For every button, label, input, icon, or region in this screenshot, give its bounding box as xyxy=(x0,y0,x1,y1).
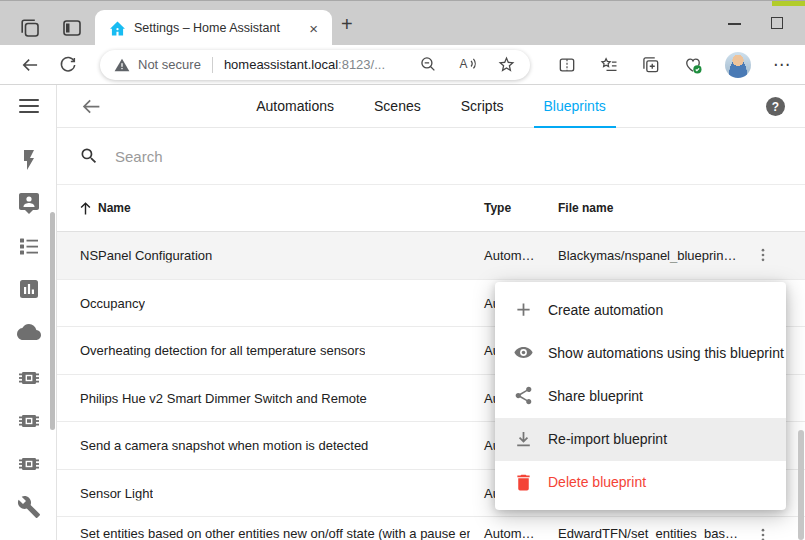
search-input[interactable] xyxy=(113,147,513,166)
sidebar-item-tools-icon[interactable] xyxy=(17,495,41,519)
sidebar-scrollbar[interactable] xyxy=(50,212,55,430)
home-assistant-favicon xyxy=(109,20,126,37)
row-overflow-menu-icon[interactable] xyxy=(754,526,772,540)
menu-item-show-automations[interactable]: Show automations using this blueprint xyxy=(495,331,786,374)
read-aloud-icon[interactable]: A xyxy=(458,55,477,74)
browser-back-icon[interactable] xyxy=(20,55,40,75)
sidebar-item-integrations-icon[interactable] xyxy=(17,409,41,433)
tab-scenes[interactable]: Scenes xyxy=(354,85,441,128)
browser-tab-strip: Settings – Home Assistant × + xyxy=(0,0,805,45)
sidebar-item-cloud-icon[interactable] xyxy=(17,320,41,344)
refresh-icon[interactable] xyxy=(58,55,78,75)
toggle-pane-icon[interactable] xyxy=(60,16,84,40)
browser-toolbar: Not secure homeassistant.local :8123/...… xyxy=(0,45,805,85)
sidebar-menu-icon[interactable] xyxy=(19,99,39,117)
browser-menu-icon[interactable]: ⋯ xyxy=(773,54,791,75)
svg-text:A: A xyxy=(460,57,468,71)
window-minimize-button[interactable] xyxy=(728,23,741,25)
sort-ascending-icon[interactable] xyxy=(77,200,94,217)
tab-title: Settings – Home Assistant xyxy=(134,21,305,35)
eye-icon xyxy=(513,342,534,363)
zoom-out-icon[interactable] xyxy=(419,55,438,74)
trash-icon xyxy=(513,472,534,493)
table-row[interactable]: Set entities based on other entities new… xyxy=(57,517,805,540)
search-row xyxy=(57,128,805,185)
share-icon xyxy=(513,385,534,406)
favorites-bar-icon[interactable] xyxy=(599,55,619,75)
row-overflow-menu-icon[interactable] xyxy=(754,246,772,264)
tab-automations[interactable]: Automations xyxy=(236,85,354,128)
window-maximize-button[interactable] xyxy=(771,17,783,29)
download-icon xyxy=(513,429,534,450)
column-name[interactable]: Name xyxy=(98,201,131,215)
url-host: homeassistant.local xyxy=(224,57,338,72)
sidebar-item-devices-icon[interactable] xyxy=(17,366,41,390)
column-file-name[interactable]: File name xyxy=(558,201,613,215)
menu-item-delete-blueprint[interactable]: Delete blueprint xyxy=(495,461,786,504)
page-scrollbar[interactable] xyxy=(798,430,804,540)
not-secure-warning-icon[interactable] xyxy=(114,57,130,73)
sidebar-item-areas-icon[interactable] xyxy=(17,234,41,258)
help-icon[interactable]: ? xyxy=(766,97,785,116)
ha-sidebar xyxy=(0,85,57,540)
browser-tab[interactable]: Settings – Home Assistant × xyxy=(95,10,332,46)
ha-header: Automations Scenes Scripts Blueprints ? xyxy=(57,85,805,128)
sidebar-item-dashboards-icon[interactable] xyxy=(17,277,41,301)
tab-scripts[interactable]: Scripts xyxy=(441,85,524,128)
blueprint-context-menu: Create automation Show automations using… xyxy=(495,282,786,510)
address-bar[interactable]: Not secure homeassistant.local :8123/...… xyxy=(100,50,530,80)
table-header: Name Type File name xyxy=(57,185,805,232)
search-icon xyxy=(79,146,99,166)
ha-nav-tabs: Automations Scenes Scripts Blueprints xyxy=(236,85,626,128)
tab-close-icon[interactable]: × xyxy=(305,20,322,37)
menu-item-reimport-blueprint[interactable]: Re-import blueprint xyxy=(495,418,786,461)
new-tab-icon[interactable]: + xyxy=(341,13,353,36)
table-row[interactable]: NSPanel Configuration Autom… Blackymas/n… xyxy=(57,232,805,280)
profile-avatar[interactable] xyxy=(725,52,751,78)
sidebar-item-voice-assistants-icon[interactable] xyxy=(17,191,41,215)
tab-blueprints[interactable]: Blueprints xyxy=(524,85,626,128)
favorite-star-icon[interactable] xyxy=(497,55,516,74)
collections-add-icon[interactable] xyxy=(641,55,661,75)
plus-icon xyxy=(513,299,534,320)
url-path: :8123/... xyxy=(338,57,385,72)
tab-workspaces-icon[interactable] xyxy=(18,16,42,40)
browser-essentials-icon[interactable] xyxy=(683,55,703,75)
menu-item-create-automation[interactable]: Create automation xyxy=(495,288,786,331)
screen-edge-artifact xyxy=(772,1,805,6)
sidebar-item-automations-icon[interactable] xyxy=(17,148,41,172)
sidebar-item-addons-icon[interactable] xyxy=(17,452,41,476)
split-screen-icon[interactable] xyxy=(557,55,577,75)
address-divider xyxy=(212,57,213,73)
ha-back-icon[interactable] xyxy=(81,96,102,117)
column-type[interactable]: Type xyxy=(484,201,511,215)
menu-item-share-blueprint[interactable]: Share blueprint xyxy=(495,374,786,417)
security-status-label: Not secure xyxy=(138,57,201,72)
